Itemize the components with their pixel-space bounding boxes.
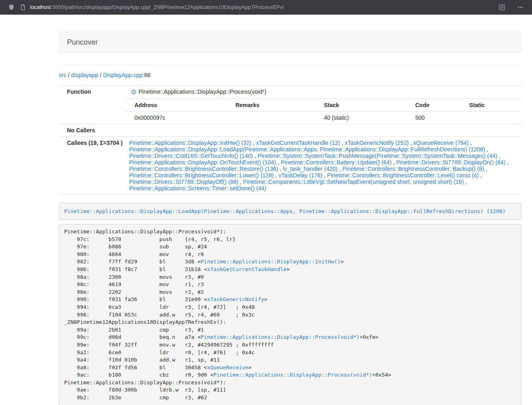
toolbar-right-icons [496, 2, 526, 13]
callee-link[interactable]: Pinetime::Applications::DisplayApp::OnTo… [129, 159, 276, 166]
url-host: localhost [30, 4, 51, 10]
stats-header-static: Static [466, 99, 521, 112]
callee-link[interactable]: Pinetime::Drivers::St7789::DisplayOn() (… [396, 159, 506, 166]
stats-header-remarks: Remarks [232, 99, 321, 112]
breadcrumb-link-src[interactable]: src [59, 72, 67, 78]
stats-header-code: Code [412, 99, 466, 112]
disassembly: Pinetime::Applications::DisplayApp::Proc… [59, 224, 521, 405]
callee-link[interactable]: Pinetime::Controllers::Battery::Update()… [281, 159, 392, 166]
stats-header-address: Address [126, 99, 232, 112]
callees-label: Callees (19, Σ=3704 ) [59, 137, 126, 195]
callee-link[interactable]: Pinetime::System::SystemTask::PushMessag… [258, 153, 498, 159]
divider [59, 65, 521, 65]
function-row-label: Function [59, 86, 126, 124]
code-symbol-link[interactable]: xTaskGetCurrentTaskHandle [207, 266, 286, 272]
stats-value-address: 0x0000097c [126, 112, 232, 124]
more-tools-icon[interactable] [515, 2, 526, 13]
function-table: Function Pinetime::Applications::Display… [59, 85, 521, 195]
code-symbol-link[interactable]: Pinetime::Applications::DisplayApp::Proc… [201, 334, 360, 340]
no-callers-label: No Callers [59, 124, 126, 137]
page-info-icon[interactable] [17, 2, 28, 13]
url-path: :5000/path/src/displayapp/DisplayApp.cpp… [51, 4, 284, 10]
stats-cell: AddressRemarksStackCodeStatic 0x0000097c… [126, 99, 521, 124]
no-callers-cell [126, 124, 521, 137]
callee-link[interactable]: xTaskGenericNotify (252) [345, 140, 409, 146]
breadcrumb: src / displayapp / DisplayApp.cpp:86 [59, 71, 521, 79]
puncover-brand[interactable]: Puncover [59, 38, 98, 47]
callee-link[interactable]: Pinetime::Applications::DisplayApp::Init… [129, 140, 251, 146]
callee-link[interactable]: Pinetime::Applications::Screens::Timer::… [129, 185, 266, 192]
callee-link[interactable]: Pinetime::Controllers::BrightnessControl… [342, 166, 484, 172]
callee-link[interactable]: Pinetime::Controllers::BrightnessControl… [129, 166, 278, 172]
callee-link[interactable]: Pinetime::Applications::DisplayApp::Load… [129, 146, 485, 153]
code-symbol-link[interactable]: Pinetime::Applications::DisplayApp::Init… [201, 259, 340, 265]
stats-value-stack: 40 (static) [321, 112, 412, 124]
reader-view-icon[interactable] [496, 2, 508, 13]
stats-header-stack: Stack [321, 99, 412, 112]
stats-value-row: 0x0000097c40 (static)500 [126, 112, 521, 124]
function-type-icon [131, 89, 136, 96]
callees-row: Callees (19, Σ=3704 ) Pinetime::Applicat… [59, 137, 521, 195]
function-row: Function Pinetime::Applications::Display… [59, 86, 521, 99]
stats-header-row: AddressRemarksStackCodeStatic [126, 99, 521, 112]
callee-link[interactable]: Pinetime::Components::LittleVgl::SetNewT… [243, 179, 464, 185]
stats-row: AddressRemarksStackCodeStatic 0x0000097c… [59, 99, 521, 124]
callee-link[interactable]: vTaskDelay (176) [278, 172, 322, 179]
callee-link[interactable]: Pinetime::Controllers::BrightnessControl… [327, 172, 478, 179]
breadcrumb-link-displayapp[interactable]: displayapp [71, 72, 98, 78]
callee-link[interactable]: Pinetime::Controllers::BrightnessControl… [129, 172, 274, 179]
stats-table: AddressRemarksStackCodeStatic 0x0000097c… [126, 99, 521, 124]
callees-list: Pinetime::Applications::DisplayApp::Init… [126, 137, 521, 195]
shield-icon[interactable] [6, 2, 17, 13]
browser-toolbar: localhost:5000/path/src/displayapp/Displ… [0, 0, 532, 15]
no-callers-row: No Callers [59, 124, 521, 137]
callee-link[interactable]: xQueueReceive (764) [414, 140, 469, 146]
breadcrumb-link-displayapp-cpp[interactable]: DisplayApp.cpp [103, 72, 142, 78]
stats-value-code: 500 [412, 112, 466, 124]
page-container: Puncover src / displayapp / DisplayApp.c… [59, 32, 521, 405]
code-symbol-link[interactable]: xQueueReceive [207, 364, 248, 371]
app-navbar: Puncover [59, 32, 521, 53]
callee-link[interactable]: xTaskGetCurrentTaskHandle (12) [256, 140, 340, 146]
stats-value-static [466, 112, 521, 124]
callee-link[interactable]: Pinetime::Drivers::Cst816S::GetTouchInfo… [129, 153, 253, 159]
callee-link[interactable]: lv_task_handler (420) [283, 166, 338, 172]
function-name: Pinetime::Applications::DisplayApp::Proc… [138, 88, 266, 95]
symbol-well-link[interactable]: Pinetime::Applications::DisplayApp::Load… [64, 208, 506, 214]
url-bar[interactable]: localhost:5000/path/src/displayapp/Displ… [30, 4, 491, 10]
function-name-cell: Pinetime::Applications::DisplayApp::Proc… [126, 86, 521, 99]
code-symbol-link[interactable]: Pinetime::Applications::DisplayApp::Proc… [213, 372, 372, 378]
code-symbol-link[interactable]: xTaskGenericNotify [207, 296, 264, 302]
symbol-well: Pinetime::Applications::DisplayApp::Load… [59, 203, 521, 220]
callee-link[interactable]: Pinetime::Drivers::St7789::DisplayOff() … [129, 179, 238, 185]
stats-value-remarks [232, 112, 321, 124]
